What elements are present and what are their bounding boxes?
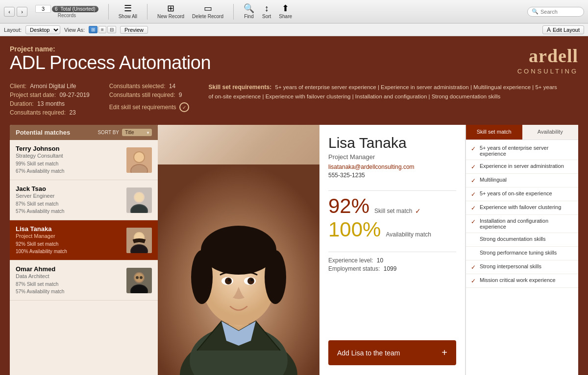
delete-record-label: Delete Record — [192, 14, 223, 19]
skill-item-3: ✓ Multilingual — [466, 174, 578, 188]
find-action[interactable]: 🔍 Find — [244, 4, 254, 19]
match-photo-lisa — [126, 228, 152, 253]
svg-point-32 — [225, 278, 232, 284]
meta-col-left: Client: Arnoni Digital Life Project star… — [10, 83, 90, 118]
match-item-omar[interactable]: Omar Ahmed Data Architect 87% Skill set … — [10, 260, 158, 301]
skill-label-6: Installation and configuration experienc… — [480, 218, 573, 230]
view-icon-table[interactable]: ⊟ — [107, 26, 116, 33]
omar-photo-svg — [126, 268, 152, 293]
sort-action[interactable]: ↕ Sort — [262, 4, 271, 19]
skill-label-8: Strong performance tuning skills — [480, 250, 557, 256]
search-input[interactable] — [540, 9, 580, 15]
tab-skill-set-match[interactable]: Skill set match — [466, 125, 522, 140]
skill-label-4: 5+ years of on-site experience — [480, 190, 552, 196]
person-photo — [158, 125, 319, 375]
bottom-section: Potential matches SORT BY Title Name Mat… — [10, 125, 578, 375]
edit-skills-label: Edit skill set requirements — [109, 104, 176, 111]
match-title-jack: Server Engineer — [16, 193, 122, 199]
skill-check-3: ✓ — [471, 177, 476, 184]
view-icon-grid[interactable]: ⊞ — [89, 26, 98, 33]
svg-point-34 — [228, 279, 231, 281]
match-pct-jack: 87% Skill set match57% Availability matc… — [16, 200, 122, 215]
match-info-lisa: Lisa Tanaka Project Manager 92% Skill se… — [16, 225, 122, 255]
lisa-photo-svg — [126, 228, 152, 253]
skill-item-8: ✓ Strong performance tuning skills — [466, 247, 578, 260]
edit-skills-row[interactable]: Edit skill set requirements ✓ — [109, 102, 189, 112]
delete-record-icon: ▭ — [204, 4, 212, 13]
share-icon: ⬆ — [282, 4, 289, 13]
sort-by: SORT BY Title Name Match % ▼ — [98, 129, 152, 136]
layout-select[interactable]: Desktop — [25, 25, 60, 34]
jack-photo-svg — [126, 188, 152, 213]
skill-label-1: 5+ years of enterprise server experience — [480, 145, 573, 157]
show-all-icon: ☰ — [124, 4, 132, 13]
matches-header: Potential matches SORT BY Title Name Mat… — [10, 125, 158, 140]
person-email[interactable]: lisatanaka@ardellconsulting.com — [328, 164, 456, 170]
skill-check-6: ✓ — [471, 218, 476, 225]
match-item-terry[interactable]: Terry Johnson Strategy Consultant 99% Sk… — [10, 140, 158, 180]
project-name: ADL Process Automation — [10, 53, 211, 73]
skill-check-1: ✓ — [471, 145, 476, 152]
sort-by-label: SORT BY — [98, 130, 119, 135]
meta-col-skills: Skill set requirements: 5+ years of ente… — [209, 83, 559, 118]
person-title: Project Manager — [328, 153, 456, 161]
match-photo-omar — [126, 268, 152, 293]
skill-item-1: ✓ 5+ years of enterprise server experien… — [466, 142, 578, 160]
new-record-action[interactable]: ⊞ New Record — [157, 4, 184, 19]
skill-check-9: ✓ — [471, 264, 476, 271]
toolbar: ‹ › 3 6 Total (Unsorted) Records ☰ Show … — [0, 0, 588, 23]
share-action[interactable]: ⬆ Share — [279, 4, 292, 19]
next-record-button[interactable]: › — [17, 7, 27, 17]
match-item-lisa[interactable]: Lisa Tanaka Project Manager 92% Skill se… — [10, 220, 158, 260]
skill-label-7: Strong documentation skills — [480, 236, 546, 242]
search-box[interactable]: 🔍 — [527, 7, 584, 17]
match-photo-terry — [126, 147, 152, 173]
match-photo-jack — [126, 188, 152, 213]
records-group: 3 6 Total (Unsorted) Records — [35, 5, 98, 18]
match-info-jack: Jack Tsao Server Engineer 87% Skill set … — [16, 185, 122, 215]
edit-skills-icon: ✓ — [179, 102, 189, 112]
exp-level-row: Experience level: 10 — [328, 257, 456, 264]
edit-layout-label: Edit Layout — [553, 27, 580, 33]
find-label: Find — [244, 14, 253, 19]
edit-layout-icon: A — [547, 26, 551, 33]
duration-label: Duration: — [10, 100, 34, 107]
add-btn-plus-icon: + — [441, 347, 447, 358]
skill-item-4: ✓ 5+ years of on-site experience — [466, 188, 578, 201]
record-counter: 3 6 Total (Unsorted) — [35, 5, 98, 13]
delete-record-action[interactable]: ▭ Delete Record — [192, 4, 223, 19]
skill-item-2: ✓ Experience in server administration — [466, 160, 578, 174]
match-name-terry: Terry Johnson — [16, 145, 122, 152]
add-to-team-button[interactable]: Add Lisa to the team + — [328, 340, 456, 365]
skills-list: ✓ 5+ years of enterprise server experien… — [466, 140, 578, 375]
skill-check-5: ✓ — [471, 205, 476, 211]
view-icon-list[interactable]: ≡ — [98, 26, 106, 33]
start-date-label: Project start date: — [10, 92, 56, 98]
skill-check-icon: ✓ — [415, 207, 421, 215]
skill-match-pct: 92% — [328, 196, 369, 216]
show-all-action[interactable]: ☰ Show All — [119, 4, 137, 19]
svg-point-21 — [140, 276, 143, 279]
match-info-terry: Terry Johnson Strategy Consultant 99% Sk… — [16, 145, 122, 175]
match-item-jack[interactable]: Jack Tsao Server Engineer 87% Skill set … — [10, 180, 158, 220]
layout-label: Layout: — [4, 27, 22, 33]
sort-select[interactable]: Title Name Match % — [122, 129, 152, 136]
new-record-icon: ⊞ — [167, 4, 174, 13]
main-content: Project name: ADL Process Automation ard… — [0, 36, 588, 375]
prev-record-button[interactable]: ‹ — [4, 7, 15, 17]
tab-availability[interactable]: Availability — [522, 125, 579, 140]
match-pct-lisa: 92% Skill set match100% Availability mat… — [16, 240, 122, 255]
total-badge: 6 Total (Unsorted) — [52, 6, 98, 12]
view-icons: ⊞ ≡ ⊟ — [89, 26, 116, 33]
edit-layout-button[interactable]: A Edit Layout — [542, 25, 584, 34]
match-title-terry: Strategy Consultant — [16, 153, 122, 159]
skill-check-10: ✓ — [471, 278, 476, 284]
preview-button[interactable]: Preview — [120, 26, 148, 34]
client-row: Client: Arnoni Digital Life — [10, 83, 90, 90]
skill-label-5: Experience with failover clustering — [480, 204, 561, 210]
share-label: Share — [279, 14, 292, 19]
detail-panel: Lisa Tanaka Project Manager lisatanaka@a… — [158, 125, 578, 375]
record-number-input[interactable]: 3 — [35, 5, 51, 13]
skill-check-2: ✓ — [471, 164, 476, 170]
match-name-omar: Omar Ahmed — [16, 265, 122, 273]
